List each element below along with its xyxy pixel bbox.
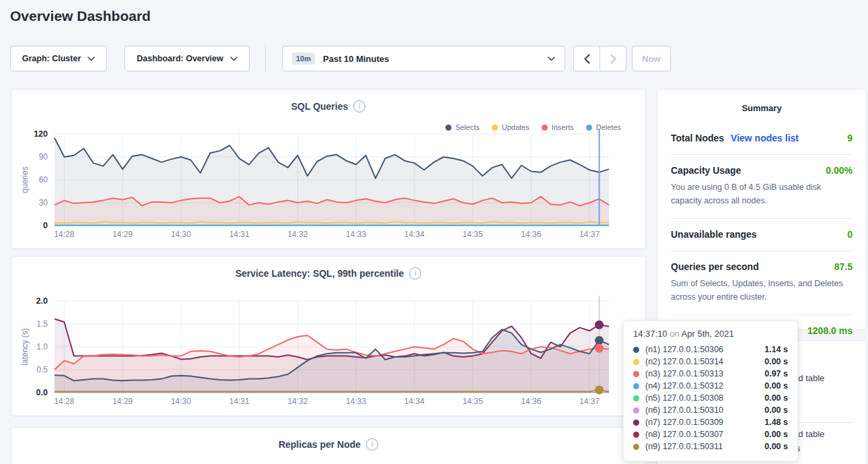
svg-text:0.0: 0.0 [36, 388, 48, 397]
graph-dropdown[interactable]: Graph: Cluster [10, 46, 107, 71]
chart-canvas: 030609012014:2814:2914:3014:3114:3214:33… [11, 119, 645, 242]
info-icon[interactable]: i [353, 100, 365, 112]
chart-title-text: SQL Queries [291, 101, 349, 112]
chevron-down-icon [548, 57, 555, 61]
chart-title-text: Service Latency: SQL, 99th percentile [236, 268, 404, 279]
svg-text:14:33: 14:33 [346, 230, 366, 239]
node-color-dot-icon [633, 395, 639, 401]
svg-text:120: 120 [34, 129, 48, 139]
dashboard-dropdown-label: Dashboard: Overview [137, 54, 223, 63]
view-nodes-list-link[interactable]: View nodes list [731, 133, 799, 143]
node-color-dot-icon [633, 383, 639, 389]
summary-panel: Summary Total Nodes View nodes list 9 Ca… [657, 89, 867, 330]
svg-text:14:28: 14:28 [54, 397, 74, 406]
service-latency-plot[interactable]: 0.00.51.01.52.014:2814:2914:3014:3114:32… [11, 286, 645, 409]
node-color-dot-icon [633, 432, 639, 438]
tooltip-node-row: (n8) 127.0.0.1:503070.00 s [633, 428, 788, 440]
svg-text:0.5: 0.5 [36, 365, 48, 374]
node-color-dot-icon [633, 359, 639, 365]
tooltip-node-row: (n6) 127.0.0.1:503100.00 s [633, 404, 788, 416]
tooltip-node-row: (n5) 127.0.0.1:503080.00 s [633, 392, 788, 404]
tooltip-timestamp: 14:37:10 on Apr 5th, 2021 [633, 329, 788, 339]
graph-dropdown-label: Graph: Cluster [22, 54, 81, 63]
summary-value: 9 [847, 133, 853, 143]
tooltip-node-row: (n4) 127.0.0.1:503120.00 s [633, 380, 788, 392]
svg-text:14:29: 14:29 [112, 230, 133, 239]
svg-text:30: 30 [39, 198, 48, 207]
svg-text:14:37: 14:37 [579, 230, 600, 239]
service-latency-chart-panel: Service Latency: SQL, 99th percentile i … [11, 256, 646, 416]
summary-title: Summary [657, 90, 866, 113]
summary-row-capacity-usage: Capacity Usage 0.00% You are using 0 B o… [671, 155, 853, 219]
summary-value: 0.00% [826, 165, 853, 176]
summary-value: 1208.0 ms [807, 325, 853, 336]
replicas-per-node-chart-panel: Replicas per Node i [11, 427, 646, 464]
svg-text:0: 0 [43, 221, 48, 230]
svg-text:14:33: 14:33 [346, 397, 366, 406]
svg-text:14:28: 14:28 [54, 230, 74, 239]
summary-subtext: Sum of Selects, Updates, Inserts, and De… [671, 277, 853, 304]
svg-text:14:29: 14:29 [112, 397, 133, 406]
page-title: Overview Dashboard [10, 8, 151, 24]
chart-title-text: Replicas per Node [279, 439, 361, 450]
tooltip-node-rows: (n1) 127.0.0.1:503061.14 s(n2) 127.0.0.1… [633, 343, 788, 453]
svg-text:90: 90 [39, 152, 48, 162]
time-prev-button[interactable] [573, 46, 600, 71]
replicas-per-node-chart-title: Replicas per Node i [11, 438, 645, 451]
summary-value: 87.5 [834, 261, 853, 272]
svg-text:14:32: 14:32 [287, 230, 308, 239]
time-now-button[interactable]: Now [632, 46, 671, 71]
chart-tooltip: 14:37:10 on Apr 5th, 2021 (n1) 127.0.0.1… [623, 321, 798, 461]
svg-text:60: 60 [39, 175, 48, 185]
sql-queries-plot[interactable]: 030609012014:2814:2914:3014:3114:3214:33… [11, 119, 645, 242]
sql-queries-chart-title: SQL Queries i [11, 100, 645, 112]
tooltip-date: Apr 5th, 2021 [682, 329, 734, 339]
time-range-badge: 10m [292, 53, 315, 65]
tooltip-time: 14:37:10 [633, 329, 667, 339]
summary-label: Queries per second [671, 261, 759, 272]
time-next-button[interactable] [600, 46, 626, 71]
svg-text:queries: queries [20, 166, 30, 193]
svg-text:14:32: 14:32 [287, 397, 308, 406]
summary-label: Capacity Usage [671, 165, 741, 176]
toolbar-divider [265, 44, 266, 72]
svg-text:14:30: 14:30 [171, 230, 191, 239]
svg-text:2.0: 2.0 [36, 296, 48, 306]
summary-row-queries-per-second: Queries per second 87.5 Sum of Selects, … [671, 251, 853, 315]
time-range-dropdown[interactable]: 10m Past 10 Minutes [282, 46, 565, 71]
svg-text:14:36: 14:36 [521, 230, 541, 239]
node-color-dot-icon [633, 371, 639, 377]
now-button-label: Now [642, 54, 660, 64]
info-icon[interactable]: i [366, 438, 378, 451]
service-latency-chart-title: Service Latency: SQL, 99th percentile i [11, 267, 645, 279]
overview-dashboard-page: { "page": {"title": "Overview Dashboard"… [0, 0, 868, 464]
summary-label: Unavailable ranges [671, 229, 757, 240]
svg-text:14:35: 14:35 [463, 230, 483, 239]
tooltip-node-row: (n7) 127.0.0.1:503091.48 s [633, 416, 788, 428]
summary-row-unavailable-ranges: Unavailable ranges 0 [671, 219, 853, 251]
dashboard-dropdown[interactable]: Dashboard: Overview [124, 46, 250, 71]
tooltip-node-row: (n9) 127.0.0.1:503110.00 s [633, 440, 788, 453]
summary-subtext: You are using 0 B of 4.5 GiB usable disk… [671, 180, 853, 207]
node-color-dot-icon [633, 347, 639, 353]
chevron-down-icon [230, 57, 238, 61]
node-color-dot-icon [633, 420, 639, 426]
svg-text:latency (s): latency (s) [20, 328, 30, 365]
summary-row-total-nodes: Total Nodes View nodes list 9 [671, 123, 853, 155]
svg-text:14:36: 14:36 [521, 397, 541, 406]
node-color-dot-icon [633, 407, 639, 413]
tooltip-on: on [670, 329, 679, 339]
svg-text:14:31: 14:31 [229, 397, 250, 406]
node-color-dot-icon [633, 444, 639, 450]
chart-canvas: 0.00.51.01.52.014:2814:2914:3014:3114:32… [11, 286, 645, 409]
tooltip-node-row: (n2) 127.0.0.1:503140.00 s [633, 356, 788, 368]
tooltip-node-row: (n3) 127.0.0.1:503130.97 s [633, 368, 788, 380]
svg-text:1.5: 1.5 [36, 319, 48, 329]
svg-text:14:34: 14:34 [404, 397, 425, 406]
tooltip-node-row: (n1) 127.0.0.1:503061.14 s [633, 343, 788, 356]
summary-value: 0 [847, 229, 853, 240]
info-icon[interactable]: i [409, 267, 421, 279]
time-range-label: Past 10 Minutes [323, 54, 540, 64]
svg-text:14:37: 14:37 [579, 397, 600, 406]
svg-text:14:35: 14:35 [463, 397, 483, 406]
